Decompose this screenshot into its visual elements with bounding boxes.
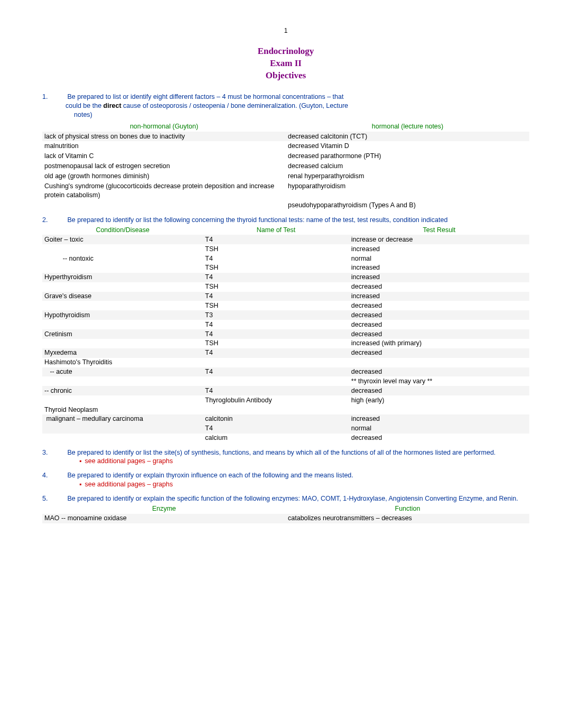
q2-test-cell: TSH [203,244,349,254]
q2-condition-cell [42,424,203,434]
q2-result-cell: decreased [349,320,529,329]
q2-result-cell: decreased [349,301,529,310]
q2-test-cell: TSH [203,339,349,348]
q1-direct: direct [104,102,121,109]
q1-header-left: non-hormonal (Guyton) [42,122,286,132]
q2-condition-cell: Myxedema [42,348,203,358]
q2-condition-cell: -- nontoxic [42,254,203,263]
q2-test-cell: T4 [203,386,349,395]
q2-test-cell: T4 [203,348,349,358]
q2-result-cell: ** thyroxin level may vary ** [349,376,529,386]
q1-right-cell: decreased parathormone (PTH) [286,151,529,161]
q1-text-line2-pre: could be the [66,102,104,109]
q5-enzyme-cell: MAO -- monoamine oxidase [42,514,286,523]
q1-text-line2-post: cause of osteoporosis / osteopenia / bon… [121,102,348,109]
q2-condition-cell: Hashimoto's Thyroiditis [42,358,203,367]
q2-result-cell: decreased [349,282,529,292]
q2-result-cell: high (early) [349,395,529,405]
q1-left-cell: Cushing's syndrome (glucocorticoids decr… [42,181,286,200]
q2-h1: Condition/Disease [42,225,203,235]
q1-left-cell: postmenopausal lack of estrogen secretio… [42,161,286,171]
q4-number: 4. [42,471,66,480]
q2-condition-cell: -- acute [42,367,203,377]
q2-result-cell: decreased [349,367,529,377]
question-2: 2. Be prepared to identify or list the f… [42,216,529,443]
q2-test-cell: T4 [203,367,349,377]
q2-text: Be prepared to identify or list the foll… [67,216,447,224]
q1-right-cell: pseudohypoparathyroidism (Types A and B) [286,200,529,210]
q2-result-cell: increased [349,292,529,301]
q2-condition-cell: -- chronic [42,386,203,395]
q3-number: 3. [42,448,66,457]
q2-condition-cell: Hypothyroidism [42,310,203,320]
q2-test-cell: T3 [203,310,349,320]
title-line-1: Endocrinology [42,45,529,58]
q2-result-cell: normal [349,424,529,434]
q2-condition-cell [42,434,203,443]
q2-test-cell: T4 [203,292,349,301]
q5-function-cell: catabolizes neurotransmitters – decrease… [286,514,529,523]
q1-left-cell [42,200,286,210]
q2-test-cell: T4 [203,273,349,282]
q2-test-cell [203,376,349,386]
q3-bullet-line: ▪see additional pages – graphs [79,457,529,466]
q2-result-cell: decreased [349,348,529,358]
title-block: Endocrinology Exam II Objectives [42,45,529,82]
q5-h2: Function [286,504,529,514]
q2-result-cell [349,358,529,367]
q2-condition-cell: Cretinism [42,329,203,339]
q1-left-cell: old age (growth hormones diminish) [42,171,286,181]
q2-condition-cell [42,376,203,386]
q4-bullet-text: see additional pages – graphs [85,481,173,488]
q5-h1: Enzyme [42,504,286,514]
q1-right-cell: decreased calcium [286,161,529,171]
q1-left-cell: malnutrition [42,141,286,151]
q1-right-cell: renal hyperparathyroidism [286,171,529,181]
q2-condition-cell [42,320,203,329]
q2-test-cell: T4 [203,254,349,263]
q5-number: 5. [42,494,66,503]
q2-h2: Name of Test [203,225,349,235]
q1-right-cell: hypoparathyroidism [286,181,529,200]
q2-test-cell [203,358,349,367]
q2-result-cell: decreased [349,310,529,320]
q2-condition-cell: malignant – medullary carcinoma [42,414,203,424]
question-1: 1. Be prepared to list or identify eight… [42,93,529,210]
q2-condition-cell [42,282,203,292]
q2-test-cell: T4 [203,320,349,329]
q2-result-cell: increased (with primary) [349,339,529,348]
title-line-2: Exam II [42,58,529,70]
q1-text-line1: Be prepared to list or identify eight di… [67,93,343,100]
q2-test-cell: calcium [203,434,349,443]
q2-condition-cell [42,263,203,273]
q2-test-cell: T4 [203,424,349,434]
q2-condition-cell [42,301,203,310]
q2-result-cell: increased [349,414,529,424]
bullet-icon: ▪ [79,481,81,488]
q1-table: non-hormonal (Guyton) hormonal (lecture … [42,122,529,210]
question-3: 3. Be prepared to identify or list the s… [42,448,529,466]
q4-bullet-line: ▪see additional pages – graphs [79,480,529,489]
q2-condition-cell: Goiter – toxic [42,235,203,244]
q2-condition-cell: Grave's disease [42,292,203,301]
page-number: 1 [42,26,529,35]
q1-number: 1. [42,93,66,102]
q2-test-cell: calcitonin [203,414,349,424]
q3-text: Be prepared to identify or list the site… [67,449,495,456]
q2-result-cell [349,405,529,414]
q2-result-cell: increased [349,273,529,282]
q2-condition-cell: Thyroid Neoplasm [42,405,203,414]
q2-condition-cell: Hyperthyroidism [42,273,203,282]
q5-table: Enzyme Function MAO -- monoamine oxidase… [42,504,529,523]
q2-result-cell: normal [349,254,529,263]
q2-test-cell: T4 [203,235,349,244]
title-line-3: Objectives [42,70,529,82]
bullet-icon: ▪ [79,457,81,465]
question-4: 4. Be prepared to identify or explain th… [42,471,529,489]
q2-result-cell: decreased [349,386,529,395]
q3-bullet-text: see additional pages – graphs [85,457,173,465]
q1-left-cell: lack of physical stress on bones due to … [42,132,286,142]
q2-test-cell [203,405,349,414]
q2-result-cell: decreased [349,329,529,339]
q2-test-cell: TSH [203,263,349,273]
